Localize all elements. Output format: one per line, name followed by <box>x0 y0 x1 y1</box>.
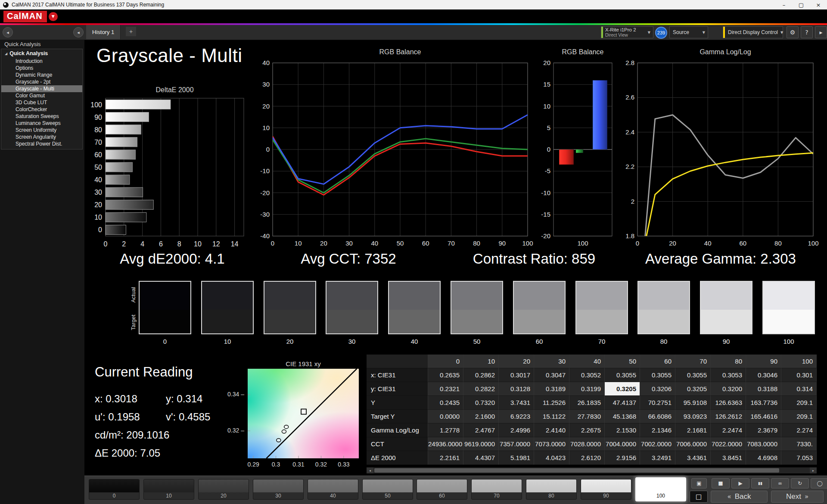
pattern-level-100-button[interactable]: 100 <box>635 477 686 501</box>
svg-text:10: 10 <box>94 214 102 221</box>
collapse-sidebar-button[interactable]: ◂ <box>73 27 84 37</box>
v-label: v': <box>166 411 176 423</box>
refresh-button[interactable]: ↻ <box>791 478 809 488</box>
sidebar-item-screen-angularity[interactable]: Screen Angularity <box>1 134 82 140</box>
svg-text:0: 0 <box>104 240 108 248</box>
sidebar-item-dynamic-range[interactable]: Dynamic Range <box>1 72 82 78</box>
loop-button[interactable]: ∞ <box>771 478 789 488</box>
pattern-level-10-button[interactable]: 10 <box>143 479 194 500</box>
cie-x-tick-label: 0.3 <box>265 461 287 468</box>
table-cell: 0.3055 <box>605 368 640 382</box>
sidebar-item-spectral-power-dist-[interactable]: Spectral Power Dist. <box>1 140 82 147</box>
sidebar-item-introduction[interactable]: Introduction <box>1 58 82 65</box>
svg-text:30: 30 <box>94 189 102 196</box>
chevron-down-icon: ▼ <box>700 31 708 34</box>
advance-button[interactable]: ▸ <box>815 26 827 38</box>
table-cell[interactable]: 0.3205 <box>605 382 640 396</box>
svg-text:12: 12 <box>212 240 220 248</box>
table-cell: 0.3189 <box>534 382 569 396</box>
tree-root-quick-analysis[interactable]: ◢ Quick Analysis <box>1 49 82 58</box>
sidebar-item-3d-cube-lut[interactable]: 3D Cube LUT <box>1 99 82 106</box>
sidebar-item-grayscale-multi[interactable]: Grayscale - Multi <box>1 85 82 92</box>
swatch-actual <box>389 282 440 310</box>
svg-text:8: 8 <box>177 240 181 248</box>
scroll-right-button[interactable]: ▸ <box>810 467 817 473</box>
pattern-level-label: 80 <box>526 492 576 500</box>
tab-history-1[interactable]: History 1 <box>86 25 121 39</box>
table-cell: 2.3679 <box>746 423 781 437</box>
sidebar-item-color-gamut[interactable]: Color Gamut <box>1 92 82 99</box>
expander-icon[interactable]: ◢ <box>5 52 7 56</box>
pattern-level-30-button[interactable]: 30 <box>253 479 304 500</box>
swatch-actual <box>638 282 689 310</box>
deltae-chart: 024681012141009080706050403020100 <box>84 86 258 255</box>
pattern-level-0-button[interactable]: 0 <box>89 479 140 500</box>
scroll-left-button[interactable]: ◂ <box>367 467 373 473</box>
pause-button[interactable]: ▮▮ <box>751 478 769 488</box>
sidebar-item-luminance-sweeps[interactable]: Luminance Sweeps <box>1 120 82 127</box>
play-button[interactable]: ▶ <box>731 478 749 488</box>
source-dropdown[interactable]: Source ▼ <box>669 26 708 38</box>
next-button[interactable]: Next » <box>771 491 824 503</box>
minimize-button[interactable]: – <box>775 0 793 9</box>
svg-text:2.6: 2.6 <box>625 93 634 101</box>
display-control-dropdown[interactable]: Direct Display Control ▼ <box>723 26 783 38</box>
grayscale-swatch-60 <box>513 281 566 334</box>
maximize-button[interactable]: ▢ <box>793 0 810 9</box>
logo-dropdown-icon[interactable]: ▼ <box>49 12 58 21</box>
brand-bar: CalMAN ▼ <box>0 9 827 23</box>
sidebar-item-screen-uniformity[interactable]: Screen Uniformity <box>1 127 82 134</box>
pattern-level-40-button[interactable]: 40 <box>308 479 358 500</box>
pattern-window-button[interactable]: ▣ <box>691 478 707 488</box>
table-row: CCT24936.00009619.00007357.00007073.0000… <box>367 437 817 451</box>
chevron-down-icon: ▼ <box>645 31 653 34</box>
close-button[interactable]: × <box>810 0 827 9</box>
display-control-label: Direct Display Control <box>725 29 778 35</box>
pattern-level-50-button[interactable]: 50 <box>362 479 413 500</box>
sidebar-item-options[interactable]: Options <box>1 65 82 72</box>
pattern-level-80-button[interactable]: 80 <box>526 479 577 500</box>
calman-logo[interactable]: CalMAN ▼ <box>3 11 58 22</box>
reading-luminance: cd/m²: 209.1016 <box>95 429 169 441</box>
swatch-actual <box>140 282 190 310</box>
swatch-actual <box>763 282 814 310</box>
pattern-color <box>308 479 358 492</box>
back-button[interactable]: « Back <box>711 491 768 503</box>
table-horizontal-scrollbar[interactable]: ◂ ▸ <box>367 467 817 473</box>
meter-dropdown[interactable]: X-Rite i1Pro 2 Direct View ▼ <box>601 26 653 38</box>
pattern-level-70-button[interactable]: 70 <box>471 479 522 500</box>
swatch-target <box>638 310 689 333</box>
svg-text:2.2: 2.2 <box>625 163 634 170</box>
grayscale-swatch-0 <box>139 281 191 334</box>
help-button[interactable]: ? <box>801 26 813 38</box>
add-tab-button[interactable]: + <box>126 27 136 36</box>
collapse-left-button[interactable]: ◂ <box>3 27 13 37</box>
pattern-level-90-button[interactable]: 90 <box>581 479 631 500</box>
table-cell: 4.0423 <box>534 451 569 465</box>
scrollbar-thumb[interactable] <box>374 468 779 473</box>
table-row: Target Y0.00002.16006.922315.112227.7830… <box>367 410 817 423</box>
record-button[interactable]: ◯ <box>811 478 827 488</box>
pattern-level-label: 70 <box>472 492 522 500</box>
pattern-level-60-button[interactable]: 60 <box>417 479 467 500</box>
pattern-color <box>253 479 303 492</box>
sidebar-item-colorchecker[interactable]: ColorChecker <box>1 106 82 113</box>
svg-text:14: 14 <box>231 240 239 248</box>
sidebar-item-grayscale-2pt[interactable]: Grayscale - 2pt <box>1 78 82 85</box>
swatch-level-label: 0 <box>139 338 191 345</box>
swatch-level-label: 30 <box>326 338 378 345</box>
stop-button[interactable]: ■ <box>712 478 730 488</box>
pattern-level-20-button[interactable]: 20 <box>198 479 249 500</box>
sidebar-item-saturation-sweeps[interactable]: Saturation Sweeps <box>1 113 82 120</box>
pattern-preview-button[interactable]: □ <box>690 491 708 503</box>
settings-button[interactable]: ⚙ <box>787 26 799 38</box>
back-label: Back <box>735 492 751 501</box>
grayscale-swatch-100 <box>762 281 815 334</box>
swatch-target <box>701 310 752 333</box>
reading-de2000: ΔE 2000: 7.05 <box>95 447 160 459</box>
svg-text:2.4: 2.4 <box>625 128 634 136</box>
reading-v: v': 0.4585 <box>166 411 210 423</box>
table-cell: 7330. <box>781 437 817 451</box>
table-cell: 27.7830 <box>569 410 605 423</box>
svg-text:5: 5 <box>547 124 550 131</box>
